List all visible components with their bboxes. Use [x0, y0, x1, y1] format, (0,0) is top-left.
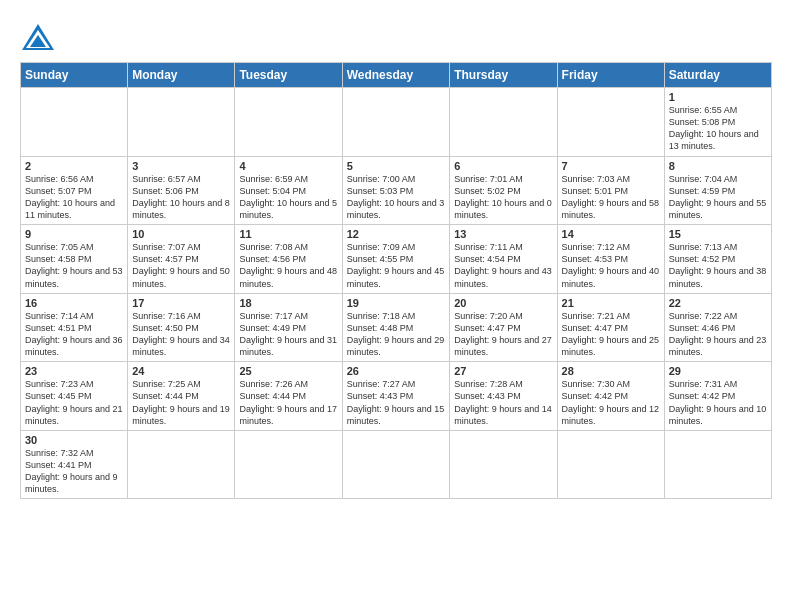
- calendar-cell: 28Sunrise: 7:30 AM Sunset: 4:42 PM Dayli…: [557, 362, 664, 431]
- week-row-6: 30Sunrise: 7:32 AM Sunset: 4:41 PM Dayli…: [21, 430, 772, 499]
- day-info: Sunrise: 7:07 AM Sunset: 4:57 PM Dayligh…: [132, 241, 230, 290]
- day-number: 15: [669, 228, 767, 240]
- calendar-cell: [450, 88, 557, 157]
- calendar-cell: 7Sunrise: 7:03 AM Sunset: 5:01 PM Daylig…: [557, 156, 664, 225]
- weekday-header-row: SundayMondayTuesdayWednesdayThursdayFrid…: [21, 63, 772, 88]
- calendar-cell: 6Sunrise: 7:01 AM Sunset: 5:02 PM Daylig…: [450, 156, 557, 225]
- calendar-cell: 11Sunrise: 7:08 AM Sunset: 4:56 PM Dayli…: [235, 225, 342, 294]
- calendar-cell: 18Sunrise: 7:17 AM Sunset: 4:49 PM Dayli…: [235, 293, 342, 362]
- calendar-cell: [342, 88, 450, 157]
- day-number: 4: [239, 160, 337, 172]
- calendar-cell: 13Sunrise: 7:11 AM Sunset: 4:54 PM Dayli…: [450, 225, 557, 294]
- calendar-cell: 26Sunrise: 7:27 AM Sunset: 4:43 PM Dayli…: [342, 362, 450, 431]
- day-number: 22: [669, 297, 767, 309]
- weekday-header-monday: Monday: [128, 63, 235, 88]
- day-info: Sunrise: 7:31 AM Sunset: 4:42 PM Dayligh…: [669, 378, 767, 427]
- day-number: 3: [132, 160, 230, 172]
- day-info: Sunrise: 6:57 AM Sunset: 5:06 PM Dayligh…: [132, 173, 230, 222]
- day-info: Sunrise: 7:03 AM Sunset: 5:01 PM Dayligh…: [562, 173, 660, 222]
- day-info: Sunrise: 6:59 AM Sunset: 5:04 PM Dayligh…: [239, 173, 337, 222]
- calendar-cell: 15Sunrise: 7:13 AM Sunset: 4:52 PM Dayli…: [664, 225, 771, 294]
- day-info: Sunrise: 7:27 AM Sunset: 4:43 PM Dayligh…: [347, 378, 446, 427]
- day-number: 1: [669, 91, 767, 103]
- calendar-cell: 10Sunrise: 7:07 AM Sunset: 4:57 PM Dayli…: [128, 225, 235, 294]
- day-number: 14: [562, 228, 660, 240]
- calendar-table: SundayMondayTuesdayWednesdayThursdayFrid…: [20, 62, 772, 499]
- day-info: Sunrise: 7:32 AM Sunset: 4:41 PM Dayligh…: [25, 447, 123, 496]
- week-row-4: 16Sunrise: 7:14 AM Sunset: 4:51 PM Dayli…: [21, 293, 772, 362]
- calendar-cell: [235, 430, 342, 499]
- day-info: Sunrise: 6:56 AM Sunset: 5:07 PM Dayligh…: [25, 173, 123, 222]
- day-info: Sunrise: 7:22 AM Sunset: 4:46 PM Dayligh…: [669, 310, 767, 359]
- calendar-cell: [128, 88, 235, 157]
- day-info: Sunrise: 7:05 AM Sunset: 4:58 PM Dayligh…: [25, 241, 123, 290]
- weekday-header-friday: Friday: [557, 63, 664, 88]
- day-info: Sunrise: 7:12 AM Sunset: 4:53 PM Dayligh…: [562, 241, 660, 290]
- day-number: 30: [25, 434, 123, 446]
- day-info: Sunrise: 7:26 AM Sunset: 4:44 PM Dayligh…: [239, 378, 337, 427]
- day-info: Sunrise: 7:25 AM Sunset: 4:44 PM Dayligh…: [132, 378, 230, 427]
- day-number: 9: [25, 228, 123, 240]
- day-number: 6: [454, 160, 552, 172]
- day-number: 21: [562, 297, 660, 309]
- day-info: Sunrise: 7:28 AM Sunset: 4:43 PM Dayligh…: [454, 378, 552, 427]
- day-number: 29: [669, 365, 767, 377]
- day-info: Sunrise: 7:11 AM Sunset: 4:54 PM Dayligh…: [454, 241, 552, 290]
- day-number: 2: [25, 160, 123, 172]
- week-row-3: 9Sunrise: 7:05 AM Sunset: 4:58 PM Daylig…: [21, 225, 772, 294]
- calendar-cell: 8Sunrise: 7:04 AM Sunset: 4:59 PM Daylig…: [664, 156, 771, 225]
- day-info: Sunrise: 7:18 AM Sunset: 4:48 PM Dayligh…: [347, 310, 446, 359]
- week-row-5: 23Sunrise: 7:23 AM Sunset: 4:45 PM Dayli…: [21, 362, 772, 431]
- weekday-header-thursday: Thursday: [450, 63, 557, 88]
- day-number: 25: [239, 365, 337, 377]
- day-number: 23: [25, 365, 123, 377]
- weekday-header-wednesday: Wednesday: [342, 63, 450, 88]
- calendar-cell: 22Sunrise: 7:22 AM Sunset: 4:46 PM Dayli…: [664, 293, 771, 362]
- day-number: 7: [562, 160, 660, 172]
- calendar-cell: 9Sunrise: 7:05 AM Sunset: 4:58 PM Daylig…: [21, 225, 128, 294]
- logo-icon: [20, 20, 56, 56]
- weekday-header-saturday: Saturday: [664, 63, 771, 88]
- day-info: Sunrise: 7:23 AM Sunset: 4:45 PM Dayligh…: [25, 378, 123, 427]
- day-number: 20: [454, 297, 552, 309]
- day-number: 17: [132, 297, 230, 309]
- calendar-cell: 30Sunrise: 7:32 AM Sunset: 4:41 PM Dayli…: [21, 430, 128, 499]
- week-row-1: 1Sunrise: 6:55 AM Sunset: 5:08 PM Daylig…: [21, 88, 772, 157]
- calendar-cell: [342, 430, 450, 499]
- calendar-cell: [450, 430, 557, 499]
- calendar-cell: [664, 430, 771, 499]
- calendar-cell: [128, 430, 235, 499]
- day-number: 13: [454, 228, 552, 240]
- week-row-2: 2Sunrise: 6:56 AM Sunset: 5:07 PM Daylig…: [21, 156, 772, 225]
- calendar-cell: 27Sunrise: 7:28 AM Sunset: 4:43 PM Dayli…: [450, 362, 557, 431]
- calendar-cell: 29Sunrise: 7:31 AM Sunset: 4:42 PM Dayli…: [664, 362, 771, 431]
- weekday-header-sunday: Sunday: [21, 63, 128, 88]
- calendar-cell: 14Sunrise: 7:12 AM Sunset: 4:53 PM Dayli…: [557, 225, 664, 294]
- day-info: Sunrise: 7:30 AM Sunset: 4:42 PM Dayligh…: [562, 378, 660, 427]
- day-number: 11: [239, 228, 337, 240]
- calendar-cell: 21Sunrise: 7:21 AM Sunset: 4:47 PM Dayli…: [557, 293, 664, 362]
- day-number: 10: [132, 228, 230, 240]
- day-info: Sunrise: 7:21 AM Sunset: 4:47 PM Dayligh…: [562, 310, 660, 359]
- day-number: 27: [454, 365, 552, 377]
- calendar-cell: [235, 88, 342, 157]
- day-number: 8: [669, 160, 767, 172]
- calendar-cell: 23Sunrise: 7:23 AM Sunset: 4:45 PM Dayli…: [21, 362, 128, 431]
- logo-area: [20, 16, 58, 56]
- calendar-page: SundayMondayTuesdayWednesdayThursdayFrid…: [0, 0, 792, 509]
- day-info: Sunrise: 7:08 AM Sunset: 4:56 PM Dayligh…: [239, 241, 337, 290]
- calendar-cell: 24Sunrise: 7:25 AM Sunset: 4:44 PM Dayli…: [128, 362, 235, 431]
- day-number: 5: [347, 160, 446, 172]
- calendar-cell: 20Sunrise: 7:20 AM Sunset: 4:47 PM Dayli…: [450, 293, 557, 362]
- day-number: 28: [562, 365, 660, 377]
- day-info: Sunrise: 7:14 AM Sunset: 4:51 PM Dayligh…: [25, 310, 123, 359]
- day-number: 24: [132, 365, 230, 377]
- day-info: Sunrise: 6:55 AM Sunset: 5:08 PM Dayligh…: [669, 104, 767, 153]
- calendar-cell: 12Sunrise: 7:09 AM Sunset: 4:55 PM Dayli…: [342, 225, 450, 294]
- calendar-cell: 16Sunrise: 7:14 AM Sunset: 4:51 PM Dayli…: [21, 293, 128, 362]
- day-info: Sunrise: 7:00 AM Sunset: 5:03 PM Dayligh…: [347, 173, 446, 222]
- calendar-cell: 19Sunrise: 7:18 AM Sunset: 4:48 PM Dayli…: [342, 293, 450, 362]
- day-info: Sunrise: 7:13 AM Sunset: 4:52 PM Dayligh…: [669, 241, 767, 290]
- calendar-cell: 5Sunrise: 7:00 AM Sunset: 5:03 PM Daylig…: [342, 156, 450, 225]
- calendar-cell: [21, 88, 128, 157]
